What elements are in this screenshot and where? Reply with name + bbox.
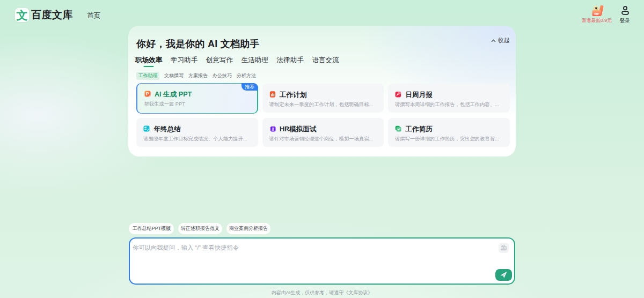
svg-text:VIP: VIP [594, 12, 599, 16]
svg-text:P: P [146, 91, 149, 96]
